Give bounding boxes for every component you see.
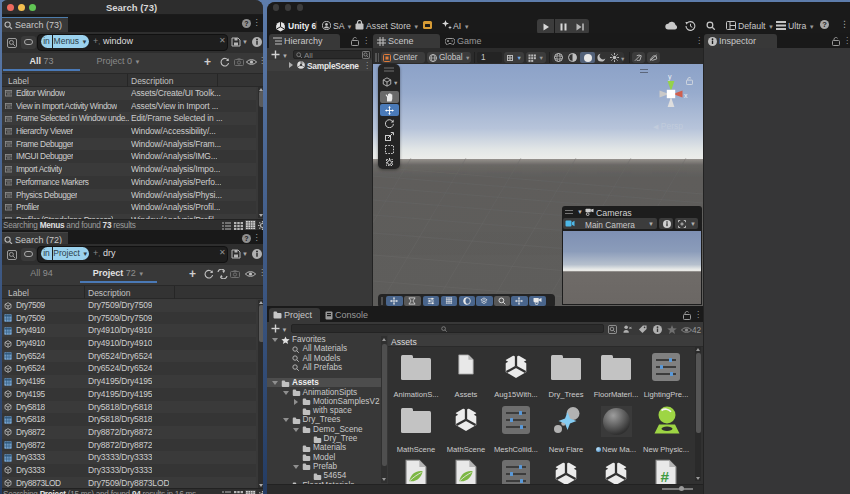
- svg-text:y: y: [668, 73, 672, 81]
- svg-text:x: x: [684, 92, 688, 99]
